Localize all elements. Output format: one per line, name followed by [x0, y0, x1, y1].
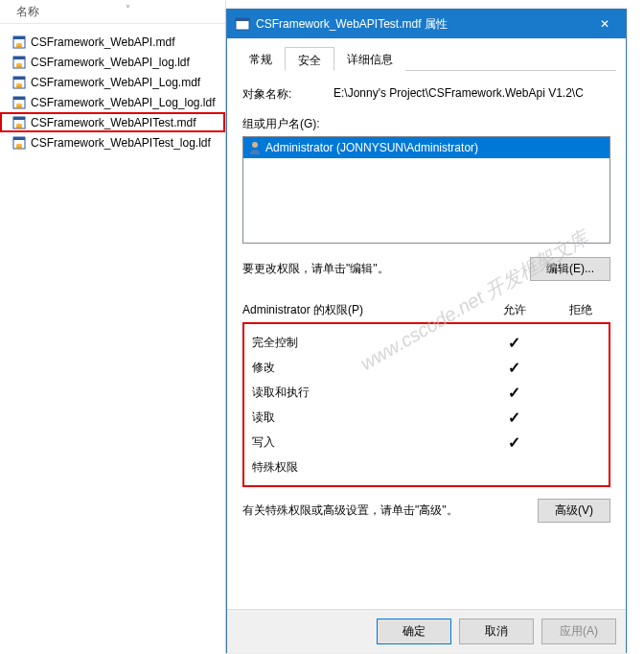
- database-file-icon: [12, 55, 27, 70]
- database-file-icon: [12, 75, 27, 90]
- apply-button[interactable]: 应用(A): [541, 619, 616, 644]
- properties-dialog: CSFramework_WebAPITest.mdf 属性 ✕ 常规 安全 详细…: [226, 9, 627, 653]
- database-file-icon: [12, 115, 27, 130]
- user-item-label: Administrator (JONNYSUN\Administrator): [265, 141, 478, 154]
- file-label: CSFramework_WebAPITest.mdf: [31, 116, 196, 129]
- advanced-row: 有关特殊权限或高级设置，请单击"高级"。 高级(V): [242, 499, 610, 523]
- file-label: CSFramework_WebAPI_Log.mdf: [31, 76, 200, 89]
- titlebar[interactable]: CSFramework_WebAPITest.mdf 属性 ✕: [227, 10, 626, 38]
- permissions-header: Administrator 的权限(P) 允许 拒绝: [242, 302, 610, 318]
- ok-button[interactable]: 确定: [377, 619, 451, 644]
- file-label: CSFramework_WebAPI_Log_log.ldf: [31, 96, 216, 109]
- edit-row: 要更改权限，请单击"编辑"。 编辑(E)...: [242, 257, 610, 281]
- permissions-header-label: Administrator 的权限(P): [242, 302, 478, 318]
- edit-button[interactable]: 编辑(E)...: [530, 257, 610, 281]
- object-name-label: 对象名称:: [242, 86, 334, 103]
- advanced-button[interactable]: 高级(V): [538, 499, 610, 523]
- check-icon: ✓: [508, 360, 520, 376]
- permission-row: 写入✓: [252, 430, 601, 455]
- svg-point-32: [252, 142, 258, 148]
- edit-hint: 要更改权限，请单击"编辑"。: [242, 261, 530, 277]
- file-label: CSFramework_WebAPI_log.ldf: [31, 56, 190, 69]
- permission-row: 特殊权限: [252, 455, 601, 479]
- column-name-label: 名称: [16, 4, 39, 20]
- user-icon: [247, 140, 263, 155]
- advanced-hint: 有关特殊权限或高级设置，请单击"高级"。: [242, 502, 538, 519]
- sort-caret-icon: ˅: [126, 4, 130, 20]
- dialog-icon: [235, 16, 250, 32]
- close-icon: ✕: [600, 17, 610, 31]
- svg-rect-6: [13, 57, 25, 59]
- group-users-label: 组或用户名(G):: [242, 116, 610, 132]
- svg-rect-26: [13, 137, 25, 140]
- file-label: CSFramework_WebAPI.mdf: [31, 35, 175, 49]
- permission-row: 完全控制✓: [252, 330, 601, 355]
- permission-row: 修改✓: [252, 355, 601, 380]
- svg-rect-21: [13, 117, 25, 120]
- permission-allow: ✓: [480, 409, 547, 427]
- dialog-body: 常规 安全 详细信息 对象名称: E:\Jonny's Project\CSFr…: [227, 38, 626, 609]
- permission-name: 特殊权限: [252, 459, 480, 476]
- column-header[interactable]: 名称 ˅: [0, 0, 225, 24]
- check-icon: ✓: [508, 335, 520, 351]
- svg-point-24: [16, 126, 22, 128]
- check-icon: ✓: [508, 434, 520, 451]
- object-name-value: E:\Jonny's Project\CSFramework.WebApi V1…: [334, 86, 610, 103]
- file-label: CSFramework_WebAPITest_log.ldf: [31, 136, 211, 150]
- permissions-list: 完全控制✓修改✓读取和执行✓读取✓写入✓特殊权限: [242, 322, 610, 487]
- tab-details[interactable]: 详细信息: [334, 47, 405, 71]
- permission-allow: ✓: [480, 433, 547, 452]
- permissions-header-allow: 允许: [478, 302, 551, 318]
- file-item[interactable]: CSFramework_WebAPI_Log_log.ldf: [0, 92, 225, 112]
- permission-row: 读取✓: [252, 405, 601, 430]
- check-icon: ✓: [508, 409, 520, 426]
- permission-name: 读取: [252, 409, 480, 426]
- file-item[interactable]: CSFramework_WebAPI_log.ldf: [0, 52, 225, 72]
- file-list: CSFramework_WebAPI.mdfCSFramework_WebAPI…: [0, 24, 225, 152]
- svg-rect-11: [13, 77, 25, 80]
- svg-point-19: [16, 105, 22, 107]
- explorer-panel: 名称 ˅ CSFramework_WebAPI.mdfCSFramework_W…: [0, 0, 226, 654]
- object-name-row: 对象名称: E:\Jonny's Project\CSFramework.Web…: [242, 86, 610, 103]
- database-file-icon: [12, 95, 27, 110]
- file-item[interactable]: CSFramework_WebAPI_Log.mdf: [0, 72, 225, 92]
- database-file-icon: [12, 135, 27, 151]
- permission-name: 读取和执行: [252, 385, 480, 401]
- permission-row: 读取和执行✓: [252, 380, 601, 405]
- user-item-administrator[interactable]: Administrator (JONNYSUN\Administrator): [243, 137, 610, 158]
- cancel-button[interactable]: 取消: [459, 619, 534, 644]
- database-file-icon: [12, 35, 27, 50]
- file-item[interactable]: CSFramework_WebAPITest_log.ldf: [0, 132, 225, 152]
- file-item[interactable]: CSFramework_WebAPI.mdf: [0, 32, 225, 52]
- close-button[interactable]: ✕: [583, 10, 626, 38]
- svg-rect-16: [13, 97, 25, 100]
- svg-rect-31: [236, 18, 249, 21]
- svg-point-29: [16, 146, 22, 148]
- tabs: 常规 安全 详细信息: [237, 46, 616, 71]
- svg-rect-1: [13, 36, 25, 39]
- permissions-header-deny: 拒绝: [551, 302, 610, 318]
- check-icon: ✓: [508, 385, 520, 401]
- permission-allow: ✓: [480, 359, 547, 377]
- permission-name: 修改: [252, 360, 480, 376]
- tab-security[interactable]: 安全: [285, 47, 334, 71]
- permission-name: 完全控制: [252, 335, 480, 351]
- svg-point-14: [16, 85, 22, 87]
- svg-point-9: [16, 65, 22, 67]
- tab-general[interactable]: 常规: [237, 47, 285, 71]
- user-listbox[interactable]: Administrator (JONNYSUN\Administrator): [242, 136, 610, 244]
- svg-point-4: [16, 45, 22, 47]
- security-tab-content: 对象名称: E:\Jonny's Project\CSFramework.Web…: [237, 71, 616, 528]
- permission-allow: ✓: [480, 334, 547, 352]
- dialog-footer: 确定 取消 应用(A): [227, 609, 626, 653]
- dialog-title: CSFramework_WebAPITest.mdf 属性: [256, 16, 583, 33]
- permission-allow: ✓: [480, 384, 547, 402]
- file-item[interactable]: CSFramework_WebAPITest.mdf: [0, 112, 225, 132]
- permission-name: 写入: [252, 434, 480, 451]
